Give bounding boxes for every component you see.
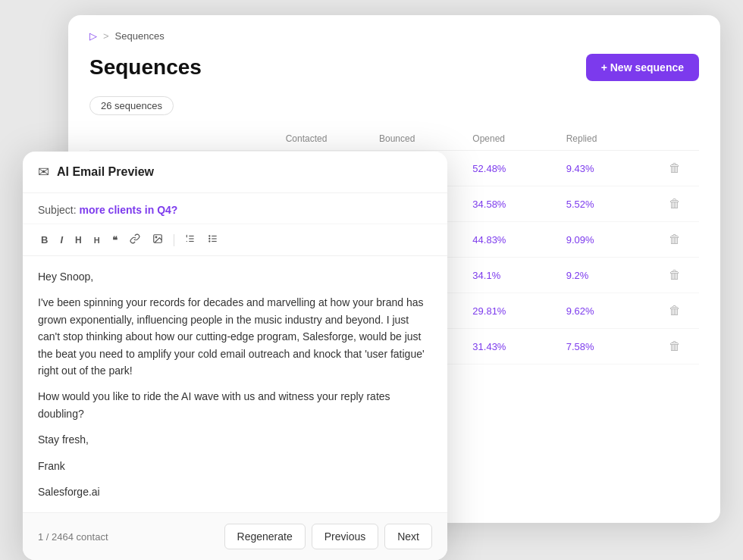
email-toolbar: B I H H ❝: [23, 224, 447, 256]
svg-point-1: [155, 236, 157, 238]
email-paragraph-1: I've been spinning your records for deca…: [38, 294, 432, 379]
subject-label: Subject:: [38, 204, 77, 216]
svg-point-10: [208, 238, 209, 239]
breadcrumb-home-icon: ▷: [89, 30, 97, 42]
delete-row-button[interactable]: 🗑: [660, 197, 690, 211]
col-header-bounced: Bounced: [379, 133, 472, 144]
toolbar-unordered-list-button[interactable]: [205, 232, 221, 248]
email-subject-line: Subject: more clients in Q4?: [23, 193, 447, 224]
col-header-replied: Replied: [566, 133, 660, 144]
email-sender-name: Frank: [38, 458, 432, 474]
email-card-header: ✉ AI Email Preview: [23, 152, 447, 193]
row-replied: 9.2%: [566, 270, 660, 281]
email-preview-card: ✉ AI Email Preview Subject: more clients…: [23, 152, 447, 560]
email-paragraph-2: How would you like to ride the AI wave w…: [38, 388, 432, 422]
subject-link[interactable]: more clients in Q4?: [79, 204, 177, 216]
delete-row-button[interactable]: 🗑: [660, 161, 690, 175]
row-opened: 44.83%: [472, 234, 566, 246]
svg-point-11: [208, 241, 209, 242]
toolbar-separator: [174, 234, 174, 246]
row-replied: 7.58%: [566, 341, 660, 352]
email-closing: Stay fresh,: [38, 431, 432, 448]
toolbar-italic-button[interactable]: I: [57, 233, 66, 247]
toolbar-link-button[interactable]: [127, 232, 143, 248]
breadcrumb-separator: >: [103, 30, 109, 42]
row-replied: 9.43%: [566, 163, 660, 174]
toolbar-h1-button[interactable]: H: [72, 233, 85, 247]
page-header: Sequences + New sequence: [89, 54, 699, 81]
page-title: Sequences: [89, 55, 202, 80]
contact-counter: 1 / 2464 contact: [38, 531, 108, 543]
delete-row-button[interactable]: 🗑: [660, 304, 690, 318]
row-replied: 9.09%: [566, 234, 660, 246]
delete-row-button[interactable]: 🗑: [660, 339, 690, 353]
toolbar-h2-button[interactable]: H: [91, 234, 103, 246]
row-opened: 31.43%: [472, 341, 566, 352]
row-replied: 5.52%: [566, 199, 660, 210]
next-button[interactable]: Next: [384, 524, 432, 549]
email-sender-company: Salesforge.ai: [38, 483, 432, 500]
email-salutation: Hey Snoop,: [38, 268, 432, 285]
row-opened: 29.81%: [472, 305, 566, 317]
toolbar-image-button[interactable]: [149, 232, 166, 248]
toolbar-bold-button[interactable]: B: [38, 233, 51, 247]
footer-buttons: Regenerate Previous Next: [224, 524, 432, 549]
new-sequence-button[interactable]: + New sequence: [586, 54, 699, 81]
col-header-opened: Opened: [472, 133, 566, 144]
toolbar-quote-button[interactable]: ❝: [109, 233, 121, 247]
sequences-count-label: 26 sequences: [101, 100, 162, 111]
previous-button[interactable]: Previous: [312, 524, 378, 549]
table-header-row: Contacted Bounced Opened Replied: [89, 127, 699, 151]
delete-row-button[interactable]: 🗑: [660, 268, 690, 282]
email-icon: ✉: [38, 164, 49, 180]
row-replied: 9.62%: [566, 305, 660, 317]
delete-row-button[interactable]: 🗑: [660, 233, 690, 246]
breadcrumb: ▷ > Sequences: [89, 30, 699, 42]
row-opened: 34.1%: [472, 270, 566, 281]
col-header-name: [99, 133, 286, 144]
svg-point-9: [208, 236, 209, 236]
email-body: Hey Snoop, I've been spinning your recor…: [23, 256, 447, 512]
breadcrumb-current: Sequences: [115, 30, 165, 42]
email-preview-title: AI Email Preview: [57, 165, 154, 179]
toolbar-ordered-list-button[interactable]: [182, 232, 199, 248]
regenerate-button[interactable]: Regenerate: [224, 524, 306, 549]
sequences-count-badge: 26 sequences: [89, 96, 174, 115]
row-opened: 34.58%: [472, 199, 566, 210]
email-footer: 1 / 2464 contact Regenerate Previous Nex…: [23, 512, 447, 560]
col-header-contacted: Contacted: [286, 133, 379, 144]
row-opened: 52.48%: [472, 163, 566, 174]
col-header-actions: [660, 133, 690, 144]
